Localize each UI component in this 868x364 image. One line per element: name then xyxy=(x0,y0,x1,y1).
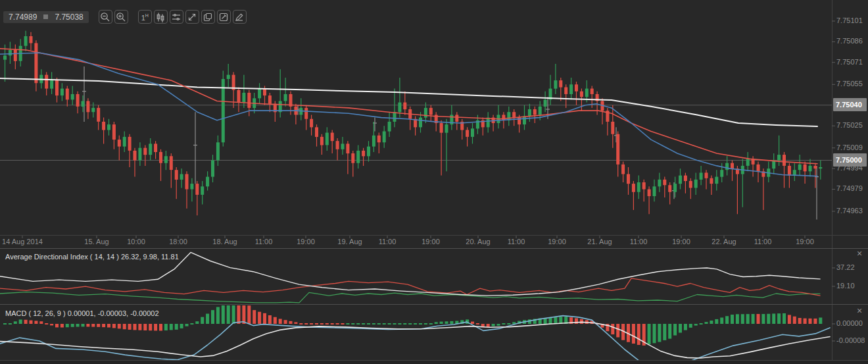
zoom-in-button[interactable] xyxy=(114,10,128,24)
edit-icon xyxy=(218,11,229,23)
timeframe-label: 1H xyxy=(141,13,149,21)
adx-panel-title: Average Directional Index ( 14, 14 ) 26.… xyxy=(5,253,179,261)
sliders-icon xyxy=(170,11,182,23)
draw-tool-button[interactable] xyxy=(233,10,247,24)
adx-close-button[interactable]: × xyxy=(854,248,865,259)
candlestick-icon xyxy=(155,11,166,23)
main-chart-plot xyxy=(0,31,832,220)
expand-icon xyxy=(186,11,198,23)
timeframe-button[interactable]: 1H xyxy=(138,10,152,24)
zoom-out-icon xyxy=(99,11,111,23)
bottom-strip xyxy=(0,361,868,364)
toolbar: 7.74989 7.75038 1H xyxy=(3,10,247,24)
bid-ask-display: 7.74989 7.75038 xyxy=(3,11,89,23)
trading-platform-window: { "toolbar": { "bid": "7.74989", "ask": … xyxy=(0,0,868,364)
macd-panel-title: MACD ( 12, 26, 9 ) 0.00001, -0.00003, -0… xyxy=(5,309,159,317)
zoom-out-button[interactable] xyxy=(99,10,112,24)
bid-value: 7.74989 xyxy=(9,13,37,22)
layers-icon xyxy=(202,11,214,23)
zoom-in-icon xyxy=(115,11,127,23)
duplicate-chart-button[interactable] xyxy=(201,10,215,24)
edit-chart-button[interactable] xyxy=(217,10,231,24)
expand-button[interactable] xyxy=(185,10,199,24)
indicator-settings-button[interactable] xyxy=(170,10,183,24)
pen-icon xyxy=(233,11,245,23)
spread-separator xyxy=(43,14,48,19)
chart-style-button[interactable] xyxy=(154,10,168,24)
macd-close-button[interactable]: × xyxy=(854,305,865,316)
ask-value: 7.75038 xyxy=(55,13,83,22)
